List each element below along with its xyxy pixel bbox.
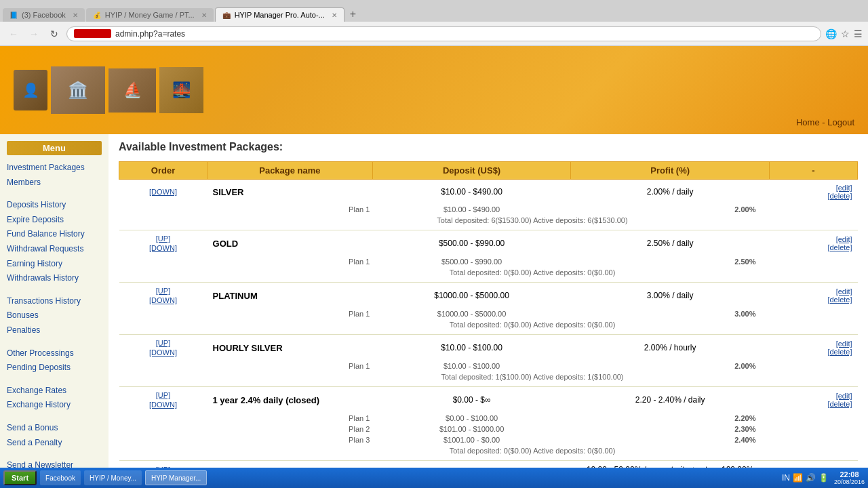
refresh-button[interactable]: ↻ xyxy=(46,26,62,42)
total-row: Total deposited: 0($0.00) Active deposit… xyxy=(119,319,858,335)
down-link[interactable]: [DOWN] xyxy=(125,188,202,196)
sidebar-item-members[interactable]: Members xyxy=(7,176,102,190)
up-link[interactable]: [UP] xyxy=(125,235,202,243)
taskbar-item-hyip-money[interactable]: HYIP / Money... xyxy=(84,470,142,485)
edit-link[interactable]: [edit] xyxy=(774,235,852,243)
total-row: Total deposited: 0($0.00) Active deposit… xyxy=(119,445,858,461)
sidebar-item-investment-packages[interactable]: Investment Packages xyxy=(7,161,102,176)
address-redacted: xxx xyxy=(74,29,111,38)
back-button[interactable]: ← xyxy=(5,26,22,42)
home-link[interactable]: Home xyxy=(796,117,820,127)
edit-link[interactable]: [edit] xyxy=(774,184,852,192)
col-header-profit: Profit (%) xyxy=(571,162,770,180)
down-link[interactable]: [DOWN] xyxy=(125,401,202,409)
plan-deposit: $0.00 - $100.00 xyxy=(372,413,571,424)
sidebar-item-deposits-history[interactable]: Deposits History xyxy=(7,198,102,213)
package-name-cell: SILVER xyxy=(208,180,373,205)
bookmark-icon[interactable]: ☆ xyxy=(841,28,850,39)
edit-link[interactable]: [edit] xyxy=(774,287,852,296)
header-image-1: 👤 xyxy=(14,70,47,110)
down-link[interactable]: [DOWN] xyxy=(125,348,202,357)
sidebar-item-pending-deposits[interactable]: Pending Deposits xyxy=(7,361,102,375)
up-link[interactable]: [UP] xyxy=(125,287,202,295)
hyip-manager-favicon: 💼 xyxy=(222,12,231,19)
sidebar-item-withdrawals-history[interactable]: Withdrawals History xyxy=(7,271,102,286)
plan-row: Plan 1 $0.00 - $100.00 2.20% xyxy=(119,413,858,424)
plan-profit: 3.00% xyxy=(571,308,770,319)
deposit-cell: $10.00 - $100.00 xyxy=(372,335,571,361)
plan-row: Plan 2 $101.00 - $1000.00 2.30% xyxy=(119,424,858,434)
up-link[interactable]: [UP] xyxy=(125,339,202,347)
menu-icon[interactable]: ☰ xyxy=(854,28,863,39)
header-nav: Home - Logout xyxy=(796,117,854,127)
plan-action-empty xyxy=(769,424,857,434)
up-link[interactable]: [UP] xyxy=(125,391,202,399)
facebook-favicon: 📘 xyxy=(9,12,18,19)
taskbar-item-facebook[interactable]: Facebook xyxy=(40,470,81,485)
sidebar-item-expire-deposits[interactable]: Expire Deposits xyxy=(7,213,102,228)
plan-label: Plan 3 xyxy=(208,434,373,445)
plan-action-empty xyxy=(769,434,857,445)
tab-facebook-close[interactable]: ✕ xyxy=(73,12,78,19)
down-link[interactable]: [DOWN] xyxy=(125,244,202,252)
deposit-cell: $0.00 - $∞ xyxy=(372,387,571,413)
delete-link[interactable]: [delete] xyxy=(774,192,852,200)
plan-deposit: $500.00 - $990.00 xyxy=(372,256,571,267)
order-cell: [UP] [DOWN] xyxy=(119,387,208,413)
taskbar-item-hyip-manager-label: HYIP Manager... xyxy=(151,474,201,482)
plan-row: Plan 1 $10.00 - $100.00 2.00% xyxy=(119,361,858,371)
plan-label-cell xyxy=(119,413,208,424)
edit-link[interactable]: [edit] xyxy=(774,340,852,348)
sidebar-item-exchange-history[interactable]: Exchange History xyxy=(7,398,102,413)
taskbar-clock: 22:08 20/08/2016 xyxy=(834,470,865,485)
forward-button[interactable]: → xyxy=(26,26,42,42)
sidebar-item-withdrawal-requests[interactable]: Withdrawal Requests xyxy=(7,242,102,257)
total-row: Total deposited: 1($100.00) Active depos… xyxy=(119,371,858,387)
taskbar-item-hyip-manager[interactable]: HYIP Manager... xyxy=(145,470,207,485)
hyip-money-favicon: 💰 xyxy=(93,12,101,19)
down-link[interactable]: [DOWN] xyxy=(125,296,202,304)
sidebar-menu-title: Menu xyxy=(7,141,102,155)
delete-link[interactable]: [delete] xyxy=(774,296,852,304)
plan-label: Plan 1 xyxy=(208,413,373,424)
taskbar-system-area: IN 📶 🔊 🔋 22:08 20/08/2016 xyxy=(782,470,865,485)
plan-deposit: $1001.00 - $0.00 xyxy=(372,434,571,445)
edit-link[interactable]: [edit] xyxy=(774,392,852,400)
total-row: Total deposited: 6($1530.00) Active depo… xyxy=(119,215,858,230)
logout-link[interactable]: Logout xyxy=(827,117,854,127)
plan-label-cell xyxy=(119,256,208,267)
sidebar-item-send-bonus[interactable]: Send a Bonus xyxy=(7,421,102,436)
sidebar-item-exchange-rates[interactable]: Exchange Rates xyxy=(7,384,102,399)
order-cell: [UP] [DOWN] xyxy=(119,335,208,361)
tab-hyip-manager-close[interactable]: ✕ xyxy=(332,12,337,19)
tab-hyip-manager[interactable]: 💼 HYIP Manager Pro. Auto-... ✕ xyxy=(215,7,344,22)
action-cell: [edit] [delete] xyxy=(769,335,857,361)
sidebar-section-1: Deposits History Expire Deposits Fund Ba… xyxy=(7,198,102,286)
sidebar-section-5: Send a Bonus Send a Penalty xyxy=(7,421,102,450)
sidebar-item-penalties[interactable]: Penalties xyxy=(7,323,102,338)
tab-hyip-money-close[interactable]: ✕ xyxy=(201,12,207,19)
delete-link[interactable]: [delete] xyxy=(774,243,852,251)
sidebar-item-bonuses[interactable]: Bonuses xyxy=(7,308,102,323)
sidebar-section-3: Other Processings Pending Deposits xyxy=(7,346,102,375)
plan-deposit: $1000.00 - $5000.00 xyxy=(372,308,571,319)
battery-icon: 🔋 xyxy=(818,473,829,483)
total-empty xyxy=(119,319,208,335)
tab-hyip-money[interactable]: 💰 HYIP / Money Game / PT... ✕ xyxy=(86,8,214,22)
plan-label: Plan 1 xyxy=(208,204,373,215)
delete-link[interactable]: [delete] xyxy=(774,348,852,356)
plan-action-empty xyxy=(769,308,857,319)
delete-link[interactable]: [delete] xyxy=(774,400,852,408)
total-empty xyxy=(119,371,208,387)
sidebar-item-other-processings[interactable]: Other Processings xyxy=(7,346,102,361)
new-tab-button[interactable]: + xyxy=(346,7,360,22)
start-button[interactable]: Start xyxy=(3,470,37,485)
sidebar-item-send-penalty[interactable]: Send a Penalty xyxy=(7,436,102,451)
sidebar-item-fund-balance-history[interactable]: Fund Balance History xyxy=(7,227,102,242)
address-bar[interactable]: xxx admin.php?a=rates xyxy=(66,26,821,41)
translate-icon[interactable]: 🌐 xyxy=(825,28,837,39)
tab-facebook[interactable]: 📘 (3) Facebook ✕ xyxy=(3,8,85,22)
sidebar-item-transactions-history[interactable]: Transactions History xyxy=(7,294,102,309)
action-cell: [edit] [delete] xyxy=(769,230,857,257)
sidebar-item-earning-history[interactable]: Earning History xyxy=(7,257,102,272)
